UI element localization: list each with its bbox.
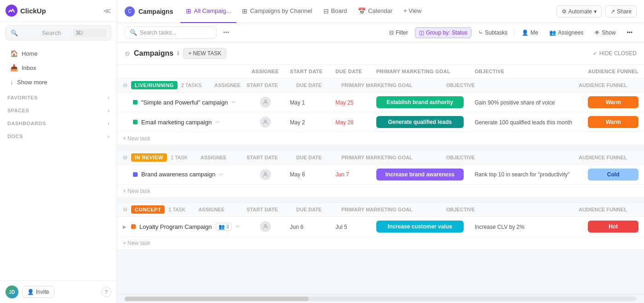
task-objective-cell: Increase CLV by 2% [469, 217, 583, 237]
workspace-letter: C [128, 9, 131, 14]
tab-all-campaigns[interactable]: ⊞ All Campaig... [180, 0, 236, 23]
share-button[interactable]: ↗ Share [605, 6, 637, 17]
board-icon: ⊟ [323, 7, 329, 15]
edit-icon[interactable]: ✏ [236, 223, 240, 230]
campaign-title: Campaigns [134, 49, 173, 58]
status-badge-live-running: LIVE/RUNNING [131, 81, 178, 89]
task-count-live-running: 2 TASKS [181, 82, 201, 88]
expand-icon[interactable]: ▶ [123, 224, 126, 229]
sidebar-section-favorites[interactable]: FAVORITES › [0, 91, 117, 104]
section-spacer [117, 145, 644, 150]
hide-closed-button[interactable]: ✓ HIDE CLOSED [593, 50, 637, 57]
col-hint-startdate-concept: START DATE [247, 207, 293, 212]
automate-button[interactable]: ⚙ Automate ▾ [557, 6, 602, 17]
me-button[interactable]: 👤 Me [518, 27, 542, 38]
add-task-link[interactable]: + New task [123, 188, 150, 194]
task-assignee-cell [246, 93, 284, 112]
task-start-date-cell: Jun 6 [284, 217, 330, 237]
help-button[interactable]: ? [101, 287, 111, 297]
scrollbar-thumb [125, 297, 309, 301]
sidebar-section-docs[interactable]: DOCS › [0, 130, 117, 143]
status-badge-in-review: IN REVIEW [131, 153, 167, 162]
new-task-button[interactable]: + NEW TASK [183, 48, 226, 59]
col-hint-assignee-live-running: ASSIGNEE [214, 82, 243, 88]
sidebar-nav-inbox-label: Inbox [22, 64, 36, 71]
svg-point-2 [264, 120, 266, 122]
toolbar-more-options[interactable]: ••• [622, 27, 637, 38]
chevron-right-icon: › [108, 108, 109, 113]
collapse-campaigns-icon[interactable]: ⊖ [125, 50, 130, 57]
horizontal-scrollbar[interactable] [117, 294, 644, 303]
toolbar-more-button[interactable]: ••• [220, 28, 232, 37]
objective-text: Generate 100 qualified leads this month [475, 119, 572, 126]
section-spacer [117, 197, 644, 203]
section-collapse-icon[interactable]: ⊖ [123, 206, 127, 213]
docs-label: DOCS [7, 134, 23, 139]
task-funnel-cell: Warm [582, 93, 644, 112]
sidebar-search[interactable]: 🔍 Search ⌘/ [6, 25, 111, 41]
invite-button[interactable]: 👤 Invite [22, 286, 54, 298]
info-icon[interactable]: ℹ [177, 50, 179, 57]
sidebar-item-home[interactable]: 🏠 Home [3, 47, 114, 60]
funnel-badge: Hot [588, 221, 638, 233]
funnel-badge: Warm [588, 116, 638, 128]
add-task-row: + New task [117, 132, 644, 145]
invite-label: Invite [36, 289, 49, 295]
goal-badge: Establish brand authority [376, 96, 464, 108]
svg-point-4 [264, 224, 266, 227]
favorites-label: FAVORITES [7, 95, 38, 100]
clickup-logo-icon [6, 5, 17, 17]
group-by-button[interactable]: ◫ Group by: Status [415, 27, 472, 38]
main-content: C Campaigns ⊞ All Campaig... ⊞ Campaigns… [117, 0, 644, 303]
task-name: "Simple and Powerful" campaign [141, 99, 228, 106]
edit-icon[interactable]: ✏ [231, 99, 236, 105]
edit-icon[interactable]: ✏ [215, 119, 220, 125]
col-header-assignee: ASSIGNEE [246, 65, 284, 78]
task-name: Email marketing campaign [141, 119, 212, 126]
add-task-link[interactable]: + New task [123, 135, 150, 142]
sidebar-section-dashboards[interactable]: DASHBOARDS › [0, 117, 117, 130]
col-hint-obj-in-review: OBJECTIVE [446, 155, 575, 160]
filter-button[interactable]: ⊟ Filter [385, 27, 412, 38]
subtask-count: 👥 3 [216, 223, 232, 231]
group-icon: ◫ [419, 29, 424, 36]
assignee-avatar [260, 97, 271, 108]
task-name: Loyalty Program Campaign [139, 223, 212, 230]
me-icon: 👤 [522, 29, 529, 36]
tab-campaigns-by-channel[interactable]: ⊞ Campaigns by Channel [236, 0, 317, 23]
tab-board[interactable]: ⊟ Board [318, 0, 353, 23]
tab-calendar[interactable]: 📅 Calendar [352, 0, 398, 23]
search-tasks-input[interactable]: 🔍 Search tasks... [125, 26, 217, 39]
task-color-dot [133, 120, 138, 124]
sidebar-section-spaces[interactable]: SPACES › [0, 104, 117, 117]
add-task-cell: + New task [117, 237, 644, 250]
section-collapse-icon[interactable]: ⊖ [123, 82, 127, 88]
chevron-down-icon: ↓ [10, 78, 13, 86]
chevron-right-icon: › [108, 134, 109, 139]
show-button[interactable]: 👁 Show [590, 27, 620, 38]
sidebar-collapse-button[interactable]: ≪ [104, 6, 111, 15]
add-task-link[interactable]: + New task [123, 240, 150, 246]
avatar: JD [6, 286, 18, 298]
col-hint-funnel-live-running: AUDIENCE FUNNEL [579, 82, 638, 88]
page-title: Campaigns [138, 8, 173, 15]
sidebar-item-show-more[interactable]: ↓ Show more [3, 75, 114, 89]
tab-actions: ⚙ Automate ▾ ↗ Share [557, 6, 637, 17]
more-dots-icon: ••• [627, 29, 632, 36]
edit-icon[interactable]: ✏ [219, 171, 224, 178]
assignees-button[interactable]: 👥 Assignees [545, 27, 587, 38]
col-hint-startdate-in-review: START DATE [247, 155, 293, 160]
search-label: Search [42, 29, 70, 36]
show-icon: 👁 [594, 29, 600, 36]
goal-badge: Generate qualified leads [376, 116, 464, 128]
search-shortcut: ⌘/ [73, 29, 106, 37]
sidebar-item-inbox[interactable]: 📥 Inbox [3, 61, 114, 75]
inbox-icon: 📥 [10, 64, 18, 71]
sidebar-footer: JD 👤 Invite ? [0, 280, 117, 303]
goal-badge: Increase customer value [376, 221, 464, 233]
subtasks-button[interactable]: ⤷ Subtasks [474, 27, 512, 38]
goal-badge: Increase brand awareness [376, 169, 464, 181]
due-date: Jun 7 [335, 171, 349, 178]
section-collapse-icon[interactable]: ⊖ [123, 154, 127, 161]
tab-add-view[interactable]: + View [398, 0, 427, 23]
